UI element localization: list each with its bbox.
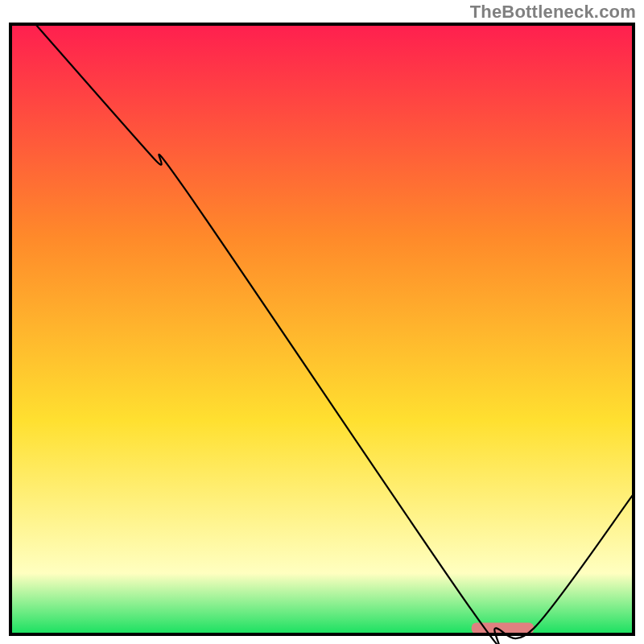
bottleneck-chart xyxy=(0,0,644,644)
chart-stage: TheBottleneck.com xyxy=(0,0,644,644)
plot-background xyxy=(10,24,634,634)
